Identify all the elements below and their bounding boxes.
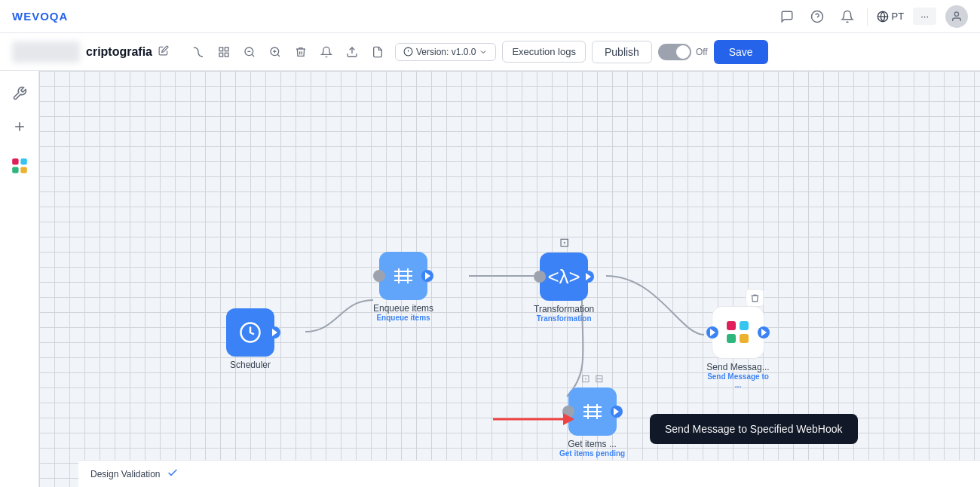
toolbar-title-area: criptografia <box>12 41 169 63</box>
nav-divider <box>867 8 868 26</box>
svg-rect-39 <box>740 321 749 330</box>
svg-marker-43 <box>563 413 574 425</box>
tools-btn[interactable] <box>6 80 33 107</box>
svg-rect-7 <box>219 53 223 57</box>
sendmessage-node[interactable]: Send Messag... Send Message to ... <box>704 306 772 389</box>
svg-point-4 <box>954 12 958 16</box>
chat-icon[interactable] <box>776 6 798 27</box>
transformation-node[interactable]: ⊡ <λ> Transformation Transformation <box>534 235 594 323</box>
transformation-node-box[interactable]: <λ> <box>540 253 588 301</box>
left-sidebar <box>0 71 39 487</box>
getitems-node-box[interactable] <box>568 387 617 436</box>
red-arrow <box>492 410 574 428</box>
scheduler-right-port[interactable] <box>268 326 280 338</box>
port-arrow-left <box>537 273 543 280</box>
flow-name: criptografia <box>86 45 152 59</box>
transformation-right-port[interactable] <box>582 271 594 283</box>
scheduler-label: Scheduler <box>230 360 271 370</box>
port-arrow <box>614 408 619 415</box>
toggle-knob <box>676 45 690 59</box>
publish-btn[interactable]: Publish <box>592 41 652 63</box>
design-validation-label: Design Validation <box>90 469 161 479</box>
sendmessage-label: Send Messag... <box>706 362 769 372</box>
delete-icon[interactable] <box>289 41 312 63</box>
tooltip-text: Send Message to Specified WebHook <box>665 423 843 435</box>
getitems-copy-icon[interactable]: ⊡ <box>581 372 590 384</box>
version-badge[interactable]: Version: v1.0.0 <box>395 43 496 61</box>
grid-tool-icon[interactable] <box>213 41 235 63</box>
main-layout: Scheduler Enqueue items Enq <box>0 71 980 487</box>
language-btn[interactable]: PT <box>877 11 905 23</box>
scheduler-node[interactable]: Scheduler <box>226 308 274 370</box>
getitems-copy2-icon[interactable]: ⊟ <box>595 372 604 384</box>
enqueue-label: Enqueue items <box>373 303 433 314</box>
zoom-in-icon[interactable] <box>264 41 286 63</box>
toolbar: criptografia Version: v1.0 <box>0 33 980 71</box>
curve-tool-icon[interactable] <box>187 41 210 63</box>
svg-rect-38 <box>727 321 736 330</box>
getitems-right-port[interactable] <box>611 406 623 418</box>
port-arrow-left <box>710 329 715 336</box>
edit-flow-name-icon[interactable] <box>158 45 169 58</box>
transformation-copy-icon[interactable]: ⊡ <box>559 235 569 250</box>
bell-icon[interactable] <box>837 6 858 27</box>
brand-logo: WEVOQA <box>12 10 68 23</box>
nav-right: PT ··· <box>776 5 968 28</box>
publish-toggle[interactable] <box>658 44 691 60</box>
user-name-btn[interactable]: ··· <box>913 8 936 25</box>
svg-rect-8 <box>225 53 228 57</box>
execution-logs-btn[interactable]: Execution logs <box>502 41 586 63</box>
transformation-sublabel: Transformation <box>537 314 592 323</box>
file-icon[interactable] <box>366 41 389 63</box>
svg-line-13 <box>277 54 280 57</box>
zoom-out-icon[interactable] <box>238 41 261 63</box>
port-arrow <box>761 329 767 336</box>
check-icon <box>167 467 179 481</box>
port-arrow-left <box>377 272 382 280</box>
top-nav: WEVOQA PT ··· <box>0 0 980 33</box>
bottom-bar: Design Validation <box>78 460 980 487</box>
scheduler-node-box[interactable] <box>226 308 274 357</box>
port-arrow <box>272 329 277 336</box>
sendmessage-right-port[interactable] <box>758 326 770 338</box>
enqueue-node[interactable]: Enqueue items Enqueue items <box>373 252 433 322</box>
toolbar-icons <box>187 41 389 63</box>
sendmessage-trash-icon[interactable] <box>746 289 764 307</box>
enqueue-sublabel: Enqueue items <box>376 314 430 322</box>
toggle-label: Off <box>696 47 708 57</box>
slack-sidebar-btn[interactable] <box>6 152 33 179</box>
toggle-area: Off <box>658 44 708 60</box>
save-btn[interactable]: Save <box>714 40 768 64</box>
enqueue-right-port[interactable] <box>421 270 433 282</box>
add-node-btn[interactable] <box>6 113 33 140</box>
upload-icon[interactable] <box>341 41 363 63</box>
port-arrow <box>425 272 430 280</box>
svg-rect-23 <box>20 158 26 164</box>
svg-rect-6 <box>225 47 228 51</box>
svg-rect-25 <box>20 167 26 173</box>
canvas[interactable]: Scheduler Enqueue items Enq <box>39 71 980 487</box>
svg-rect-41 <box>740 334 749 343</box>
svg-rect-24 <box>12 167 18 173</box>
svg-rect-5 <box>219 47 223 51</box>
transformation-label: Transformation <box>534 304 594 314</box>
blurred-logo <box>12 41 80 63</box>
sendmessage-sublabel: Send Message to ... <box>704 372 772 389</box>
svg-rect-40 <box>727 334 736 343</box>
language-label: PT <box>892 11 905 22</box>
svg-rect-22 <box>12 158 18 164</box>
bell-canvas-icon[interactable] <box>315 41 338 63</box>
getitems-sublabel: Get items pending <box>559 449 625 458</box>
getitems-label: Get items ... <box>568 439 617 449</box>
sendmessage-tooltip: Send Message to Specified WebHook <box>650 414 858 444</box>
avatar[interactable] <box>945 5 968 28</box>
svg-line-10 <box>252 54 254 57</box>
enqueue-left-port[interactable] <box>373 270 385 282</box>
sendmessage-left-port[interactable] <box>706 326 718 338</box>
nav-left: WEVOQA <box>12 10 68 23</box>
transformation-left-port[interactable] <box>534 271 546 283</box>
port-arrow <box>586 273 591 280</box>
version-label: Version: v1.0.0 <box>416 47 476 57</box>
enqueue-node-box[interactable] <box>379 252 427 300</box>
help-icon[interactable] <box>807 6 828 27</box>
